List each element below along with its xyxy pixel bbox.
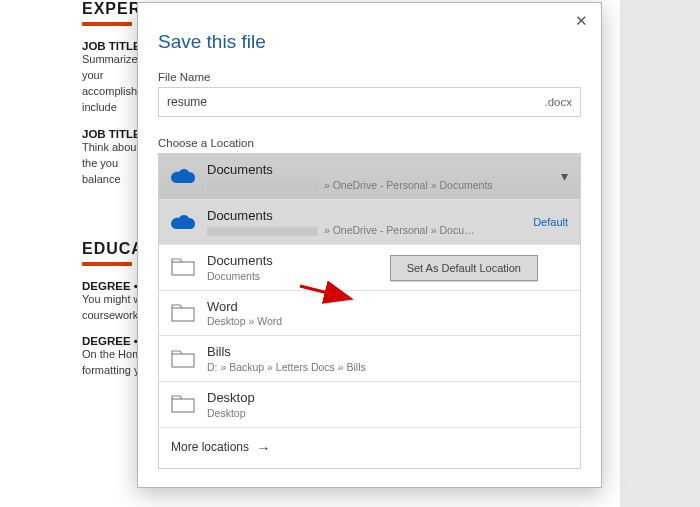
- svg-rect-1: [172, 308, 194, 321]
- dialog-title: Save this file: [158, 31, 581, 53]
- file-name-label: File Name: [158, 71, 581, 83]
- location-name: Documents: [207, 208, 527, 224]
- bg-divider: [82, 22, 132, 26]
- file-name-input[interactable]: [167, 95, 545, 109]
- location-path: Desktop: [207, 407, 568, 419]
- onedrive-icon: [171, 213, 199, 231]
- folder-icon: [171, 258, 199, 276]
- choose-location-label: Choose a Location: [158, 137, 581, 149]
- more-locations-link[interactable]: More locations →: [159, 428, 580, 468]
- location-name: Desktop: [207, 390, 568, 406]
- location-path: » OneDrive - Personal » Docu…: [207, 224, 527, 236]
- location-name: Bills: [207, 344, 568, 360]
- svg-rect-2: [172, 354, 194, 367]
- bg-divider: [82, 262, 132, 266]
- chevron-down-icon: ▾: [555, 168, 568, 184]
- location-path: D: » Backup » Letters Docs » Bills: [207, 361, 568, 373]
- location-path: » OneDrive - Personal » Documents: [207, 179, 555, 191]
- bg-frag: vo: [0, 190, 40, 205]
- save-file-dialog: ✕ Save this file File Name .docx Choose …: [137, 2, 602, 488]
- app-background-strip: [620, 0, 700, 507]
- folder-icon: [171, 395, 199, 413]
- location-item[interactable]: Bills D: » Backup » Letters Docs » Bills: [159, 336, 580, 382]
- bg-frag: sets: [0, 405, 40, 420]
- location-item[interactable]: Desktop Desktop: [159, 382, 580, 428]
- location-path: Desktop » Word: [207, 315, 568, 327]
- folder-icon: [171, 304, 199, 322]
- folder-icon: [171, 350, 199, 368]
- svg-rect-3: [172, 399, 194, 412]
- default-badge: Default: [527, 216, 568, 228]
- bg-frag: i: [0, 175, 40, 190]
- location-item[interactable]: Documents Documents Set As Default Locat…: [159, 245, 580, 291]
- location-item-default[interactable]: Documents » OneDrive - Personal » Docu… …: [159, 200, 580, 246]
- location-dropdown-header[interactable]: Documents » OneDrive - Personal » Docume…: [159, 154, 580, 200]
- onedrive-icon: [171, 167, 199, 185]
- close-icon[interactable]: ✕: [571, 11, 591, 31]
- bg-frag: itact: [0, 235, 40, 250]
- location-name: Documents: [207, 162, 555, 178]
- file-extension: .docx: [545, 96, 573, 108]
- arrow-right-icon: →: [256, 440, 270, 456]
- bg-frag: lls in: [0, 219, 40, 234]
- location-item[interactable]: Word Desktop » Word: [159, 291, 580, 337]
- bg-frag: ns: [0, 250, 40, 265]
- bg-body-text: Summarize your accomplishments include: [82, 52, 142, 116]
- location-list: Documents » OneDrive - Personal » Docume…: [158, 153, 581, 469]
- bg-body-text: Think about the you balance: [82, 140, 142, 188]
- set-default-button[interactable]: Set As Default Location: [390, 255, 538, 281]
- svg-rect-0: [172, 262, 194, 275]
- file-name-row: .docx: [158, 87, 581, 117]
- more-locations-label: More locations: [171, 440, 249, 454]
- location-name: Word: [207, 299, 568, 315]
